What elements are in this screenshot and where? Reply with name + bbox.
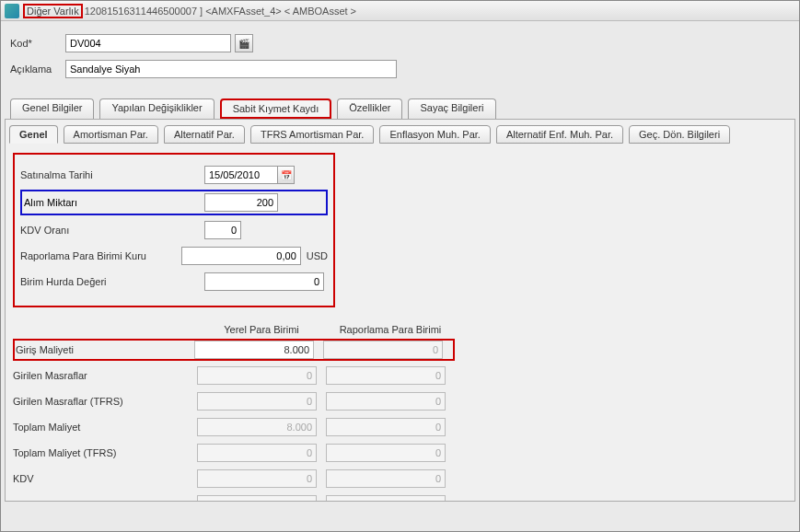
cost-value-report	[323, 341, 443, 359]
cost-label: Toplam Fiyat Farkı	[13, 499, 197, 502]
inner-tabs: Genel Amortisman Par. Alternatif Par. TF…	[9, 125, 791, 144]
inner-tab-enflasyon[interactable]: Enflasyon Muh. Par.	[379, 125, 490, 144]
cost-value-report	[326, 366, 446, 385]
date-picker-button[interactable]: 📅	[278, 166, 295, 184]
cost-value-report	[326, 469, 446, 488]
cost-value-report	[326, 444, 446, 462]
tab-ozellikler[interactable]: Özellikler	[337, 98, 402, 119]
cost-value-local	[197, 469, 317, 488]
tab-sayac-bilgileri[interactable]: Sayaç Bilgileri	[408, 98, 495, 119]
tab-genel-bilgiler[interactable]: Genel Bilgiler	[10, 98, 94, 119]
cost-value-report	[326, 495, 446, 502]
inner-tab-alternatif[interactable]: Alternatif Par.	[164, 125, 245, 144]
cost-label: KDV	[13, 473, 197, 484]
alim-miktari-input[interactable]	[204, 193, 278, 212]
kdv-orani-input[interactable]	[204, 221, 241, 239]
cost-value-local	[197, 392, 317, 411]
inner-tab-amortisman[interactable]: Amortisman Par.	[64, 125, 158, 144]
satinalma-tarihi-input[interactable]	[204, 166, 278, 184]
inner-tab-tfrs[interactable]: TFRS Amortisman Par.	[250, 125, 374, 144]
cost-row: Girilen Masraflar	[13, 364, 455, 387]
cost-label: Giriş Maliyeti	[16, 344, 194, 355]
cost-value-local	[197, 418, 317, 436]
cost-row: Giriş Maliyeti	[13, 339, 455, 361]
calendar-icon: 📅	[281, 170, 292, 180]
kod-input[interactable]	[65, 34, 231, 52]
kod-action-button[interactable]: 🎬	[235, 34, 253, 52]
outer-tabs: Genel Bilgiler Yapılan Değişiklikler Sab…	[1, 98, 799, 119]
cost-label: Girilen Masraflar (TFRS)	[13, 396, 197, 407]
raporlama-kuru-label: Raporlama Para Birimi Kuru	[20, 250, 181, 261]
cost-label: Girilen Masraflar	[13, 370, 197, 381]
cost-grid: Yerel Para Birimi Raporlama Para Birimi …	[13, 324, 455, 502]
cost-value-local	[197, 444, 317, 462]
cost-label: Toplam Maliyet (TFRS)	[13, 447, 197, 458]
cost-value-local	[197, 366, 317, 385]
inner-tab-alt-enf[interactable]: Alternatif Enf. Muh. Par.	[496, 125, 623, 144]
cost-value-report	[326, 392, 446, 411]
raporlama-kuru-unit: USD	[307, 250, 328, 261]
col-raporlama: Raporlama Para Birimi	[326, 324, 455, 335]
cost-row: Girilen Masraflar (TFRS)	[13, 390, 455, 412]
raporlama-kuru-input[interactable]	[181, 247, 301, 265]
cost-row: KDV	[13, 468, 455, 490]
birim-hurda-input[interactable]	[204, 272, 324, 291]
inner-tab-gec-don[interactable]: Geç. Dön. Bilgileri	[629, 125, 730, 144]
title-main: Diğer Varlık	[23, 4, 83, 18]
cost-value-report	[326, 418, 446, 436]
title-rest: 12081516311446500007 ] <AMXFAsset_4> < A…	[85, 6, 356, 17]
titlebar: Diğer Varlık 12081516311446500007 ] <AMX…	[1, 1, 799, 21]
tab-sabit-kiymet-kaydi[interactable]: Sabit Kıymet Kaydı	[220, 98, 332, 119]
aciklama-label: Açıklama	[10, 64, 65, 75]
birim-hurda-label: Birim Hurda Değeri	[20, 276, 204, 287]
cost-value-local[interactable]	[194, 341, 314, 359]
cost-row: Toplam Maliyet (TFRS)	[13, 442, 455, 464]
purchase-group: Satınalma Tarihi 📅 Alım Miktarı KDV Oran…	[13, 153, 335, 307]
app-icon	[5, 4, 19, 18]
cost-row: Toplam Fiyat Farkı	[13, 493, 455, 502]
inner-tab-genel[interactable]: Genel	[9, 125, 58, 144]
col-yerel: Yerel Para Birimi	[197, 324, 326, 335]
kdv-orani-label: KDV Oranı	[20, 225, 204, 236]
tab-yapilan-degisiklikler[interactable]: Yapılan Değişiklikler	[99, 98, 214, 119]
satinalma-tarihi-label: Satınalma Tarihi	[20, 169, 204, 180]
alim-miktari-label: Alım Miktarı	[24, 197, 204, 208]
clapper-icon: 🎬	[238, 39, 249, 49]
alim-miktari-highlight: Alım Miktarı	[20, 190, 328, 215]
kod-label: Kod*	[10, 38, 65, 49]
cost-value-local	[197, 495, 317, 502]
cost-row: Toplam Maliyet	[13, 416, 455, 438]
cost-label: Toplam Maliyet	[13, 422, 197, 433]
inner-panel: Genel Amortisman Par. Alternatif Par. TF…	[5, 119, 795, 502]
aciklama-input[interactable]	[65, 60, 397, 78]
